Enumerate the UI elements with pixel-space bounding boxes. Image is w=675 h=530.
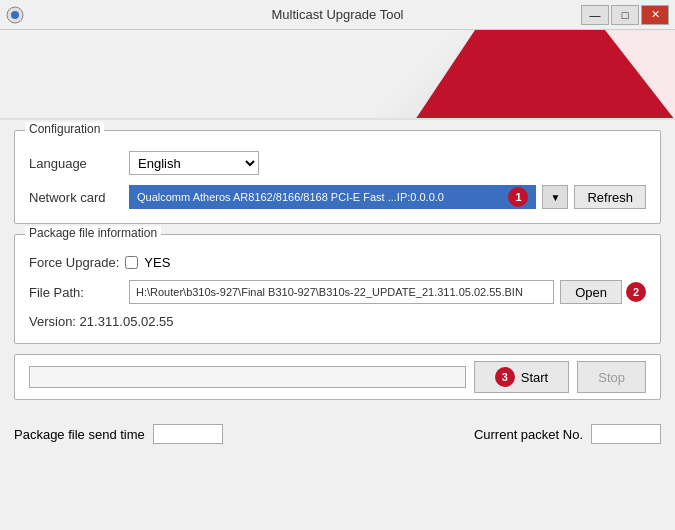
- network-badge: 1: [508, 187, 528, 207]
- bottom-info-row: Package file send time Current packet No…: [0, 418, 675, 450]
- open-btn-container: Open 2: [560, 280, 646, 304]
- start-button[interactable]: 3 Start: [474, 361, 569, 393]
- force-upgrade-label: Force Upgrade:: [29, 255, 119, 270]
- maximize-button[interactable]: □: [611, 5, 639, 25]
- current-packet-value: [591, 424, 661, 444]
- start-badge: 3: [495, 367, 515, 387]
- version-row: Version: 21.311.05.02.55: [29, 314, 646, 329]
- window-title: Multicast Upgrade Tool: [272, 7, 404, 22]
- window-controls: — □ ✕: [581, 5, 669, 25]
- current-packet-label: Current packet No.: [474, 427, 583, 442]
- progress-bar: [29, 366, 466, 388]
- version-text: Version: 21.311.05.02.55: [29, 314, 174, 329]
- header-area: [0, 30, 675, 120]
- start-label: Start: [521, 370, 548, 385]
- language-row: Language English Chinese: [29, 151, 646, 175]
- stop-button[interactable]: Stop: [577, 361, 646, 393]
- configuration-section: Configuration Language English Chinese N…: [14, 130, 661, 224]
- package-send-time-value: [153, 424, 223, 444]
- refresh-button[interactable]: Refresh: [574, 185, 646, 209]
- language-select[interactable]: English Chinese: [129, 151, 259, 175]
- titlebar: Multicast Upgrade Tool — □ ✕: [0, 0, 675, 30]
- app-icon: [6, 6, 24, 24]
- package-file-section: Package file information Force Upgrade: …: [14, 234, 661, 344]
- bottom-info-right: Current packet No.: [474, 424, 661, 444]
- network-card-container: Qualcomm Atheros AR8162/8166/8168 PCI-E …: [129, 185, 646, 209]
- svg-point-1: [11, 11, 19, 19]
- network-card-label: Network card: [29, 190, 129, 205]
- language-label: Language: [29, 156, 129, 171]
- force-upgrade-checkbox[interactable]: [125, 256, 138, 269]
- package-send-time-label: Package file send time: [14, 427, 145, 442]
- configuration-title: Configuration: [25, 122, 104, 136]
- bottom-info-left: Package file send time: [14, 424, 223, 444]
- force-upgrade-row: Force Upgrade: YES: [29, 255, 646, 270]
- minimize-button[interactable]: —: [581, 5, 609, 25]
- network-card-row: Network card Qualcomm Atheros AR8162/816…: [29, 185, 646, 209]
- network-card-value: Qualcomm Atheros AR8162/8166/8168 PCI-E …: [129, 185, 536, 209]
- file-path-label: File Path:: [29, 285, 129, 300]
- file-path-value: H:\Router\b310s-927\Final B310-927\B310s…: [129, 280, 554, 304]
- open-button[interactable]: Open: [560, 280, 622, 304]
- main-content: Configuration Language English Chinese N…: [0, 120, 675, 418]
- file-path-row: File Path: H:\Router\b310s-927\Final B31…: [29, 280, 646, 304]
- file-path-text: H:\Router\b310s-927\Final B310-927\B310s…: [136, 286, 523, 298]
- controls-section: 3 Start Stop: [14, 354, 661, 400]
- progress-start-row: 3 Start Stop: [29, 361, 646, 393]
- close-button[interactable]: ✕: [641, 5, 669, 25]
- network-dropdown-button[interactable]: ▼: [542, 185, 568, 209]
- network-card-text: Qualcomm Atheros AR8162/8166/8168 PCI-E …: [137, 191, 502, 203]
- open-badge: 2: [626, 282, 646, 302]
- package-file-title: Package file information: [25, 226, 161, 240]
- yes-label: YES: [144, 255, 170, 270]
